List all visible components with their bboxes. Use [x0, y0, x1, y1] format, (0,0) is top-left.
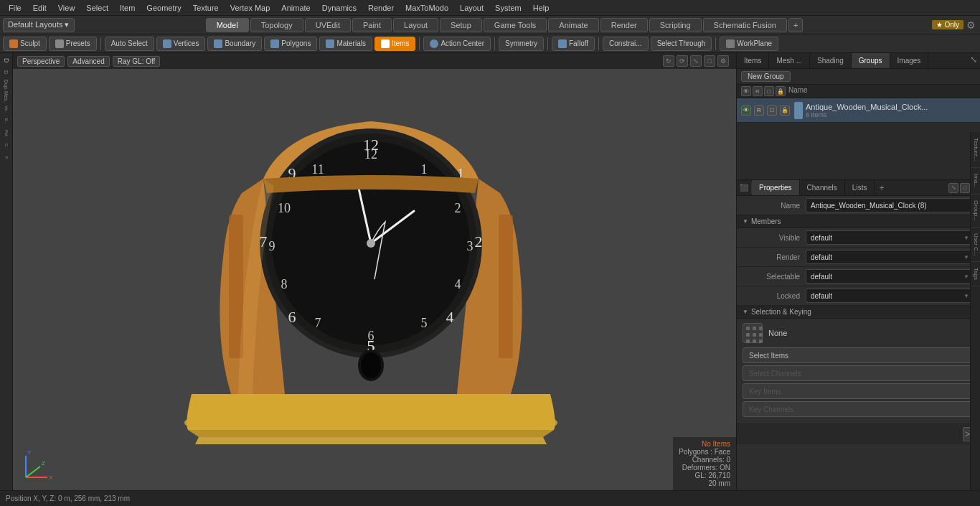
- layout-tab-scripting[interactable]: Scripting: [649, 18, 702, 32]
- menu-texture[interactable]: Texture: [187, 2, 225, 14]
- left-tool-1[interactable]: D: [1, 55, 12, 66]
- sub-tab-tags[interactable]: Tags: [971, 262, 980, 286]
- advanced-button[interactable]: Advanced: [67, 56, 109, 67]
- props-collapse-icon[interactable]: ⬛: [737, 182, 752, 193]
- group-row[interactable]: 👁 R □ 🔒 Antique_Wooden_Musical_Clock... …: [737, 98, 980, 123]
- col-icon-2[interactable]: R: [753, 86, 763, 96]
- col-icon-4[interactable]: 🔒: [776, 86, 786, 96]
- right-tab-mesh[interactable]: Mesh ...: [769, 53, 810, 68]
- presets-button[interactable]: Presets: [49, 37, 97, 51]
- menu-select[interactable]: Select: [80, 2, 114, 14]
- symmetry-button[interactable]: Symmetry: [499, 37, 544, 51]
- boundary-button[interactable]: Boundary: [207, 37, 262, 51]
- falloff-button[interactable]: Falloff: [552, 37, 595, 51]
- key-items-button[interactable]: Key Items: [743, 383, 974, 399]
- layout-dropdown[interactable]: Default Layouts ▾: [3, 18, 75, 32]
- layout-tab-model[interactable]: Model: [206, 18, 249, 32]
- layout-tab-topology[interactable]: Topology: [250, 18, 303, 32]
- group-render-icon[interactable]: R: [754, 106, 764, 116]
- autoselect-button[interactable]: Auto Select: [105, 37, 154, 51]
- members-section[interactable]: ▼ Members: [737, 215, 980, 228]
- prop-name-value[interactable]: Antique_Wooden_Musical_Clock (8): [806, 198, 974, 212]
- layout-tab-animate[interactable]: Animate: [548, 18, 598, 32]
- sub-tab-texture[interactable]: Texture...: [971, 132, 980, 168]
- polygons-button[interactable]: Polygons: [264, 37, 317, 51]
- menu-animate[interactable]: Animate: [275, 2, 316, 14]
- group-select-icon[interactable]: □: [767, 106, 777, 116]
- menu-layout[interactable]: Layout: [454, 2, 489, 14]
- props-tab-properties[interactable]: Properties: [752, 180, 800, 195]
- prop-render-dropdown[interactable]: default ▼: [806, 250, 974, 264]
- menu-maxtomodo[interactable]: MaxToModo: [400, 2, 454, 14]
- menu-vertex-map[interactable]: Vertex Map: [225, 2, 276, 14]
- props-icon-1[interactable]: ⤡: [948, 183, 958, 193]
- col-icon-1[interactable]: 👁: [741, 86, 751, 96]
- left-tool-8[interactable]: C.: [1, 140, 12, 151]
- menu-help[interactable]: Help: [527, 2, 555, 14]
- layout-tab-setup[interactable]: Setup: [440, 18, 482, 32]
- action-center-button[interactable]: Action Center: [423, 37, 491, 51]
- perspective-button[interactable]: Perspective: [17, 56, 65, 67]
- selection-keying-section[interactable]: ▼ Selection & Keying: [737, 306, 980, 319]
- viewport[interactable]: Perspective Advanced Ray GL: Off ↻ ⟳ ⤡ □…: [13, 53, 736, 490]
- layout-tab-add[interactable]: +: [788, 18, 803, 32]
- key-channels-button[interactable]: Key Channels: [743, 401, 974, 417]
- items-button[interactable]: Items: [374, 37, 415, 51]
- menu-item[interactable]: Item: [114, 2, 141, 14]
- menu-edit[interactable]: Edit: [27, 2, 52, 14]
- left-tool-5[interactable]: Ve..: [1, 103, 12, 115]
- menu-render[interactable]: Render: [362, 2, 400, 14]
- left-tool-4[interactable]: Mes.: [1, 91, 12, 103]
- sub-tab-group[interactable]: Group...: [971, 195, 980, 228]
- viewport-icon-4[interactable]: □: [704, 55, 715, 67]
- props-tab-add[interactable]: +: [875, 182, 888, 195]
- workplane-button[interactable]: WorkPlane: [720, 37, 778, 51]
- sub-tab-user[interactable]: User C...: [971, 228, 980, 263]
- menu-file[interactable]: File: [3, 2, 27, 14]
- new-group-button[interactable]: New Group: [741, 71, 791, 82]
- viewport-icon-3[interactable]: ⤡: [690, 55, 702, 67]
- left-tool-2[interactable]: D.: [1, 67, 12, 78]
- sculpt-button[interactable]: Sculpt: [3, 37, 47, 51]
- menu-dynamics[interactable]: Dynamics: [316, 2, 362, 14]
- left-tool-3[interactable]: Dup.: [1, 79, 12, 90]
- menu-view[interactable]: View: [52, 2, 81, 14]
- group-lock-icon[interactable]: 🔒: [780, 106, 790, 116]
- select-channels-button[interactable]: Select Channels: [743, 365, 974, 381]
- group-eye-icon[interactable]: 👁: [741, 106, 751, 116]
- props-tab-lists[interactable]: Lists: [845, 180, 875, 195]
- viewport-icon-5[interactable]: ⚙: [717, 55, 729, 67]
- right-tab-items[interactable]: Items: [737, 53, 769, 68]
- layout-tab-render[interactable]: Render: [600, 18, 648, 32]
- right-tab-images[interactable]: Images: [890, 53, 929, 68]
- materials-button[interactable]: Materials: [319, 37, 372, 51]
- layout-tab-uvedit[interactable]: UVEdit: [305, 18, 351, 32]
- viewport-icon-2[interactable]: ⟳: [677, 55, 688, 67]
- menu-geometry[interactable]: Geometry: [141, 2, 187, 14]
- right-tab-shading[interactable]: Shading: [810, 53, 852, 68]
- prop-selectable-dropdown[interactable]: default ▼: [806, 269, 974, 284]
- constraints-button[interactable]: Constrai...: [603, 37, 649, 51]
- layout-tab-schematic[interactable]: Schematic Fusion: [703, 18, 787, 32]
- select-items-button[interactable]: Select Items: [743, 347, 974, 363]
- left-tool-9[interactable]: F.: [1, 152, 12, 164]
- right-panel-expand[interactable]: ⤡: [967, 53, 980, 68]
- left-tool-6[interactable]: E..: [1, 116, 12, 127]
- right-tab-groups[interactable]: Groups: [852, 53, 890, 68]
- sub-tab-ima[interactable]: Ima...: [971, 168, 980, 195]
- layout-tab-layout[interactable]: Layout: [393, 18, 438, 32]
- select-through-button[interactable]: Select Through: [651, 37, 712, 51]
- settings-icon[interactable]: ⚙: [966, 19, 976, 31]
- props-icon-2[interactable]: □: [960, 183, 970, 193]
- raygl-button[interactable]: Ray GL: Off: [113, 56, 161, 67]
- vertices-button[interactable]: Vertices: [156, 37, 206, 51]
- prop-locked-dropdown[interactable]: default ▼: [806, 289, 974, 303]
- col-icon-3[interactable]: □: [764, 86, 774, 96]
- viewport-icon-1[interactable]: ↻: [663, 55, 674, 67]
- layout-tab-paint[interactable]: Paint: [352, 18, 392, 32]
- left-tool-7[interactable]: Pol.: [1, 128, 12, 139]
- prop-visible-dropdown[interactable]: default ▼: [806, 230, 974, 245]
- menu-system[interactable]: System: [489, 2, 527, 14]
- layout-tab-gametools[interactable]: Game Tools: [484, 18, 547, 32]
- props-tab-channels[interactable]: Channels: [800, 180, 845, 195]
